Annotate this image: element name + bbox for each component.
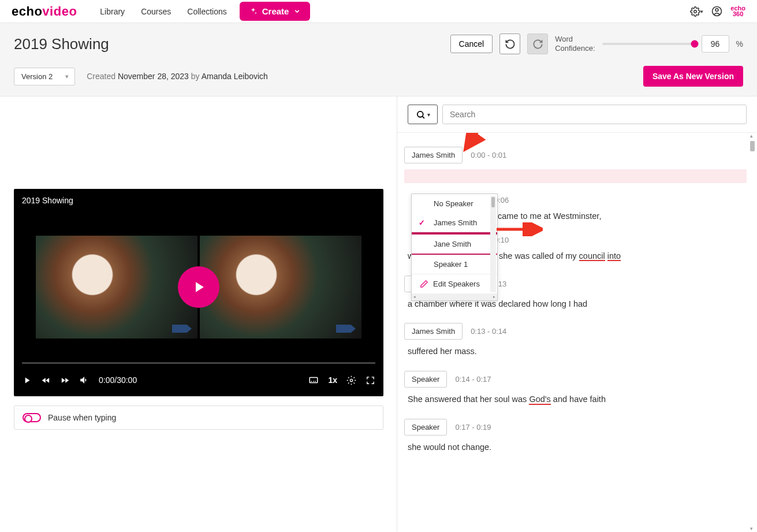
version-label: Version 2 bbox=[21, 72, 53, 81]
annotation-arrow-2 bbox=[491, 222, 543, 236]
segment-header: Speaker 0:14 - 0:17 bbox=[404, 371, 747, 388]
player-time: 0:00/30:00 bbox=[99, 375, 137, 385]
svg-point-0 bbox=[694, 10, 697, 13]
search-icon bbox=[416, 110, 426, 120]
create-label: Create bbox=[262, 6, 289, 16]
transcript-list: James Smith 0:00 - 0:01 No Speaker James… bbox=[397, 133, 757, 531]
confidence-value[interactable]: 96 bbox=[702, 35, 729, 53]
dropdown-james-smith[interactable]: James Smith bbox=[412, 213, 497, 233]
chevron-down-icon bbox=[293, 8, 301, 15]
sparkle-icon bbox=[249, 7, 258, 16]
left-panel: 2019 Showing 0:00/30:00 1x bbox=[0, 96, 397, 531]
video-player: 2019 Showing 0:00/30:00 1x bbox=[14, 189, 383, 396]
dropdown-speaker-1[interactable]: Speaker 1 bbox=[412, 255, 497, 274]
version-select[interactable]: Version 2 ▾ bbox=[14, 68, 75, 85]
settings-gear-icon[interactable] bbox=[346, 375, 356, 385]
nav-courses[interactable]: Courses bbox=[141, 7, 171, 16]
player-title: 2019 Showing bbox=[14, 189, 383, 212]
segment-text[interactable]: suffered her mass. bbox=[404, 345, 747, 358]
player-controls: 0:00/30:00 1x bbox=[14, 364, 383, 396]
chevron-down-icon: ▾ bbox=[65, 73, 69, 80]
rewind-icon[interactable] bbox=[41, 375, 51, 385]
segment-text[interactable] bbox=[404, 169, 747, 183]
dropdown-no-speaker[interactable]: No Speaker bbox=[412, 194, 497, 213]
created-meta: Created November 28, 2023 by Amanda Leib… bbox=[87, 72, 268, 81]
svg-point-2 bbox=[715, 9, 718, 12]
slider-thumb[interactable] bbox=[691, 40, 698, 48]
nav-collections[interactable]: Collections bbox=[187, 7, 226, 16]
top-nav: echovideo Library Courses Collections Cr… bbox=[0, 0, 757, 23]
video-thumbnail-left bbox=[36, 236, 197, 338]
cancel-button[interactable]: Cancel bbox=[450, 35, 493, 53]
dropdown-hscroll[interactable]: ◂▸ bbox=[412, 293, 497, 300]
segment-text[interactable]: came to me at Westminster, bbox=[494, 210, 747, 223]
video-thumbnail-right bbox=[200, 236, 361, 338]
search-input[interactable] bbox=[442, 105, 747, 124]
page-title: 2019 Showing bbox=[14, 35, 109, 53]
topbar-right: ▾ echo 360 bbox=[690, 6, 745, 17]
dropdown-edit-speakers[interactable]: Edit Speakers bbox=[412, 274, 497, 293]
subheader: 2019 Showing Cancel Word Confidence: 96 … bbox=[0, 23, 757, 96]
right-panel: ▾ James Smith 0:00 - 0:01 No Speaker Jam… bbox=[397, 96, 757, 531]
logo-part2: video bbox=[42, 4, 77, 18]
svg-point-4 bbox=[350, 379, 352, 381]
segment-text[interactable]: she would not change. bbox=[404, 441, 747, 454]
segment-time: 0:17 - 0:19 bbox=[455, 423, 491, 431]
nav-library[interactable]: Library bbox=[100, 7, 125, 16]
word-confidence-label: Word Confidence: bbox=[555, 35, 595, 53]
pause-toggle[interactable] bbox=[23, 413, 41, 422]
dropdown-jane-smith[interactable]: Jane Smith bbox=[412, 233, 497, 255]
svg-rect-3 bbox=[310, 378, 318, 383]
segment-time: 0:13 - 0:14 bbox=[471, 327, 506, 336]
logo-part1: echo bbox=[12, 4, 42, 18]
dropdown-scrollbar[interactable] bbox=[490, 196, 496, 292]
speaker-dropdown: No Speaker James Smith Jane Smith Speake… bbox=[411, 194, 498, 301]
annotation-arrow-1 bbox=[460, 133, 494, 156]
play-button[interactable] bbox=[178, 266, 219, 308]
account-icon[interactable] bbox=[711, 6, 722, 17]
segment-header: James Smith 0:13 - 0:14 bbox=[404, 323, 747, 340]
search-row: ▾ bbox=[397, 96, 757, 133]
forward-icon[interactable] bbox=[60, 375, 70, 385]
captions-icon[interactable] bbox=[308, 375, 319, 385]
volume-icon[interactable] bbox=[79, 375, 90, 385]
player-canvas bbox=[14, 212, 383, 362]
save-as-new-version-button[interactable]: Save As New Version bbox=[643, 66, 743, 87]
segment-header: 0:10 bbox=[494, 236, 747, 244]
main-content: 2019 Showing 0:00/30:00 1x bbox=[0, 96, 757, 531]
speaker-tag[interactable]: James Smith bbox=[404, 323, 463, 340]
nav-links: Library Courses Collections bbox=[100, 7, 226, 16]
logo[interactable]: echovideo bbox=[12, 4, 77, 19]
play-icon[interactable] bbox=[22, 375, 32, 385]
svg-point-5 bbox=[417, 111, 423, 117]
segment-text[interactable]: She answered that her soul was God's and… bbox=[404, 393, 747, 406]
fullscreen-icon[interactable] bbox=[366, 375, 375, 385]
pause-toggle-label: Pause when typing bbox=[48, 413, 116, 422]
settings-icon[interactable]: ▾ bbox=[690, 6, 703, 17]
confidence-slider[interactable] bbox=[602, 43, 695, 45]
segment-header: Speaker 0:17 - 0:19 bbox=[404, 419, 747, 436]
chevron-down-icon: ▾ bbox=[427, 111, 430, 118]
search-filter-button[interactable]: ▾ bbox=[408, 105, 438, 124]
segment-header: James Smith 0:00 - 0:01 bbox=[404, 147, 747, 163]
speaker-tag[interactable]: James Smith bbox=[404, 147, 463, 163]
echo360-badge[interactable]: echo 360 bbox=[730, 6, 745, 17]
redo-button[interactable] bbox=[527, 34, 548, 54]
speaker-tag[interactable]: Speaker bbox=[404, 371, 447, 388]
playback-rate[interactable]: 1x bbox=[328, 375, 337, 385]
undo-button[interactable] bbox=[499, 34, 520, 54]
speaker-tag[interactable]: Speaker bbox=[404, 419, 447, 436]
segment-time: 0:14 - 0:17 bbox=[455, 375, 491, 384]
segment-header: 0:06 bbox=[494, 196, 747, 204]
percent-sign: % bbox=[736, 39, 743, 49]
pause-when-typing-row: Pause when typing bbox=[14, 405, 383, 430]
pencil-icon bbox=[420, 280, 428, 288]
transcript-scrollbar[interactable] bbox=[749, 133, 756, 531]
create-button[interactable]: Create bbox=[240, 2, 311, 21]
